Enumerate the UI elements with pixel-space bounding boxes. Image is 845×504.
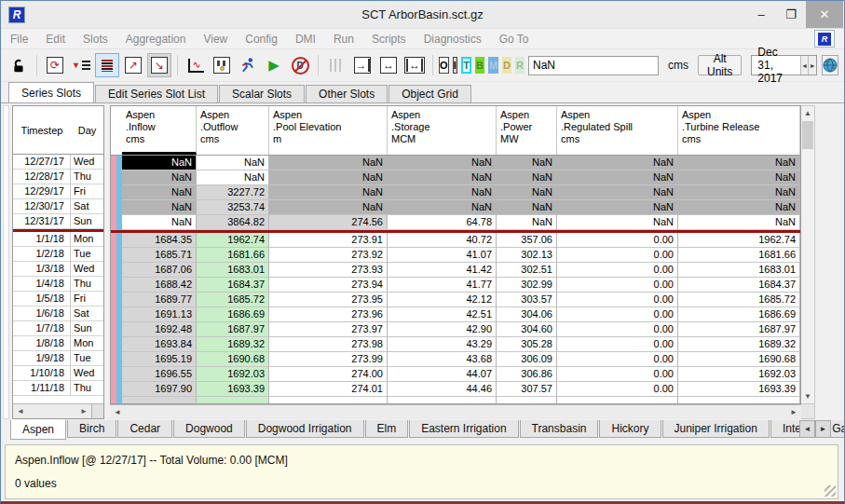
flag-button[interactable]: I [453,57,458,74]
timestep-cell[interactable]: 1/1/18 [13,232,71,246]
value-cell[interactable]: NaN [678,215,800,230]
date-prev-button[interactable]: ◄ [800,56,809,75]
scroll-track[interactable] [125,405,786,419]
value-cell[interactable]: 41.77 [388,278,497,293]
menu-item[interactable]: Config [245,33,278,46]
date-field[interactable]: Dec 31, 2017 [752,46,799,85]
value-cell[interactable]: 273.99 [269,352,388,367]
value-cell[interactable]: 357.06 [497,233,557,248]
value-cell[interactable]: 0.00 [557,248,678,263]
value-cell[interactable]: 1695.19 [122,352,197,367]
slot-column-header[interactable]: Aspen .Storage MCM [388,106,497,155]
value-cell[interactable]: 273.98 [269,337,388,352]
flag-button[interactable]: T [461,57,471,74]
value-cell[interactable]: 1689.32 [197,337,269,352]
value-cell[interactable]: NaN [557,170,678,185]
close-button[interactable]: ✕ [806,1,843,28]
scroll-left-icon[interactable]: ◄ [13,404,28,418]
value-cell[interactable]: 41.07 [388,248,497,263]
timestep-column-header[interactable]: Timestep [13,125,71,136]
value-cell[interactable]: NaN [122,215,197,230]
value-cell[interactable]: 1693.84 [122,337,197,352]
value-cell[interactable]: 1688.42 [122,278,197,293]
tab-scroll-left-icon[interactable]: ◄ [799,420,815,438]
timestep-hscrollbar[interactable]: ◄ ► [13,403,103,418]
timestep-cell[interactable]: 1/7/18 [13,321,71,335]
value-cell[interactable]: 302.13 [497,248,557,263]
value-cell[interactable]: 0.00 [557,263,678,278]
value-cell[interactable]: 273.96 [269,307,388,322]
value-cell[interactable]: 1692.03 [197,367,269,382]
value-cell[interactable]: 304.06 [497,307,557,322]
value-cell[interactable]: 273.92 [269,248,388,263]
timestep-cell[interactable]: 12/30/17 [13,199,71,213]
fit-column-both-button[interactable]: ↔ [376,53,401,77]
value-cell[interactable]: 1686.69 [678,307,800,322]
value-cell[interactable]: NaN [497,185,557,200]
value-cell[interactable]: 3227.72 [197,185,269,200]
value-cell[interactable]: NaN [269,185,388,200]
value-cell[interactable]: 1690.68 [197,352,269,367]
value-cell[interactable]: 307.57 [497,382,557,397]
flag-button[interactable]: B [475,57,484,74]
value-cell[interactable]: NaN [678,156,800,170]
fit-column-button[interactable]: → [350,53,375,77]
menu-item[interactable]: Slots [83,33,108,46]
value-cell[interactable]: 42.51 [388,307,497,322]
value-cell[interactable]: 1681.66 [197,248,269,263]
value-cell[interactable]: NaN [388,170,497,185]
value-cell[interactable]: NaN [557,215,678,230]
slot-column-header[interactable]: Aspen .Turbine Release cms [678,106,800,155]
value-cell[interactable]: 274.56 [269,215,388,230]
timestep-cell[interactable]: 1/3/18 [13,262,71,276]
value-cell[interactable]: 1683.01 [678,263,800,278]
day-column-header[interactable]: Day [71,125,103,136]
value-cell[interactable]: NaN [269,200,388,215]
value-cell[interactable]: 1962.74 [197,233,269,248]
scroll-left-icon[interactable]: ◄ [110,405,125,419]
value-cell[interactable]: 273.95 [269,293,388,307]
value-cell[interactable]: NaN [388,200,497,215]
value-cell[interactable]: 1685.72 [678,293,800,307]
value-cell[interactable]: 304.60 [497,322,557,337]
value-cell[interactable]: 0.00 [557,293,678,307]
value-cell[interactable]: NaN [678,200,800,215]
object-tab[interactable]: Birch [67,420,116,438]
timestep-cell[interactable]: 12/27/17 [13,155,71,169]
vertical-scrollbar[interactable]: ▲ ▼ [801,105,815,404]
value-cell[interactable]: NaN [197,170,269,185]
value-cell[interactable]: 1687.97 [197,322,269,337]
object-tab[interactable]: Hickory [599,420,661,438]
value-cell[interactable]: 1697.90 [122,382,197,397]
sheet-tab[interactable]: Series Slots [8,82,94,102]
object-tab[interactable]: Transbasin [520,420,599,438]
resize-grip-icon[interactable] [825,485,836,497]
value-cell[interactable]: 1683.01 [197,263,269,278]
scroll-right-icon[interactable]: ► [76,404,91,418]
value-cell[interactable]: 0.00 [557,337,678,352]
stop-run-button[interactable]: D [288,53,312,77]
value-cell[interactable]: NaN [122,170,197,185]
value-cell[interactable]: NaN [557,156,678,170]
value-cell[interactable]: 0.00 [557,367,678,382]
value-cell[interactable]: 273.93 [269,263,388,278]
value-cell[interactable]: 1696.55 [122,367,197,382]
value-cell[interactable]: 0.00 [557,307,678,322]
slot-column-header[interactable]: Aspen .Pool Elevation m [269,106,388,155]
sheet-tab[interactable]: Object Grid [388,85,471,102]
value-cell[interactable]: 1692.03 [678,367,800,382]
value-cell[interactable]: 64.78 [388,215,497,230]
tab-scroll-right-icon[interactable]: ► [815,420,831,438]
value-cell[interactable]: 44.46 [388,382,497,397]
toggle-orientation-button[interactable]: ⟳ [43,53,67,77]
menu-item[interactable]: File [10,33,28,46]
value-cell[interactable]: 1692.48 [122,322,197,337]
flag-button[interactable]: D [502,57,511,74]
value-cell[interactable]: 274.01 [269,382,388,397]
value-cell[interactable]: 1693.39 [197,382,269,397]
fit-all-columns-button[interactable]: ↔ [402,53,427,77]
value-cell[interactable]: 302.51 [497,263,557,278]
value-cell[interactable]: NaN [557,185,678,200]
timestep-cell[interactable]: 12/31/17 [13,214,71,228]
value-cell[interactable]: NaN [557,200,678,215]
